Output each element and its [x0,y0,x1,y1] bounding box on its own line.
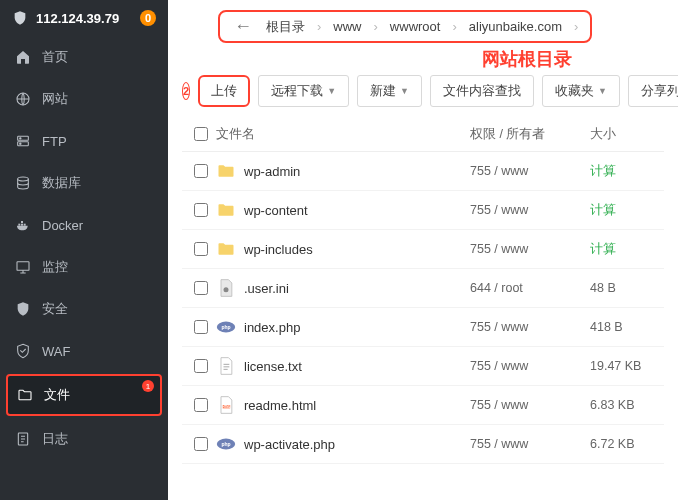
file-name: wp-includes [244,242,313,257]
php-icon: php [216,317,236,337]
shield-icon [12,10,28,26]
row-checkbox[interactable] [194,203,208,217]
sidebar-item-4[interactable]: Docker [0,204,168,246]
svg-point-4 [20,143,21,144]
file-permissions: 755 / www [470,398,590,412]
server-icon [14,132,32,150]
table-row[interactable]: wp-admin755 / www计算 [182,152,664,191]
file-size: 6.72 KB [590,437,660,451]
file-name: .user.ini [244,281,289,296]
file-size: 418 B [590,320,660,334]
favorites-button[interactable]: 收藏夹▼ [542,75,620,107]
main-panel: ← 根目录›www›wwwroot›aliyunbaike.com› 网站根目录… [168,0,678,500]
breadcrumb-back[interactable]: ← [228,16,258,37]
docker-icon [14,216,32,234]
table-row[interactable]: .user.ini644 / root48 B [182,269,664,308]
sidebar-item-6[interactable]: 安全 [0,288,168,330]
table-header: 文件名 权限 / 所有者 大小 [182,117,664,152]
file-name: wp-admin [244,164,300,179]
sidebar-item-5[interactable]: 监控 [0,246,168,288]
row-checkbox[interactable] [194,320,208,334]
chevron-right-icon: › [313,19,325,34]
server-ip-row: 112.124.39.79 0 [0,0,168,36]
sidebar-item-label: 首页 [42,48,68,66]
svg-point-12 [224,287,229,292]
select-all-checkbox[interactable] [194,127,208,141]
chevron-down-icon: ▼ [400,86,409,96]
table-row[interactable]: wp-content755 / www计算 [182,191,664,230]
breadcrumb-item[interactable]: 根目录 [258,15,313,38]
svg-rect-7 [21,224,23,226]
sidebar-item-label: Docker [42,218,83,233]
upload-button[interactable]: 上传 [198,75,250,107]
sidebar-item-label: 监控 [42,258,68,276]
file-size[interactable]: 计算 [590,163,660,180]
table-row[interactable]: license.txt755 / www19.47 KB [182,347,664,386]
globe-icon [14,90,32,108]
sidebar-item-label: WAF [42,344,70,359]
remote-download-button[interactable]: 远程下载▼ [258,75,349,107]
table-row[interactable]: phpindex.php755 / www418 B [182,308,664,347]
row-checkbox[interactable] [194,359,208,373]
svg-text:php: php [221,324,230,330]
file-permissions: 755 / www [470,164,590,178]
sidebar-item-1[interactable]: 网站 [0,78,168,120]
svg-point-3 [20,138,21,139]
file-name: wp-content [244,203,308,218]
file-permissions: 755 / www [470,437,590,451]
table-row[interactable]: HTMLreadme.html755 / www6.83 KB [182,386,664,425]
waf-icon [14,342,32,360]
chevron-right-icon: › [448,19,460,34]
breadcrumb-item[interactable]: aliyunbaike.com [461,15,570,38]
annotation-marker-1: 1 [142,380,154,392]
row-checkbox[interactable] [194,164,208,178]
file-size[interactable]: 计算 [590,241,660,258]
sidebar-item-9[interactable]: 日志 [0,418,168,460]
sidebar-item-8[interactable]: 文件1 [6,374,162,416]
svg-text:HTML: HTML [222,405,230,409]
toolbar: 2 上传 远程下载▼ 新建▼ 文件内容查找 收藏夹▼ 分享列表 [182,75,664,107]
file-size[interactable]: 计算 [590,202,660,219]
chevron-down-icon: ▼ [327,86,336,96]
sidebar-item-label: 日志 [42,430,68,448]
file-size: 6.83 KB [590,398,660,412]
php-icon: php [216,434,236,454]
home-icon [14,48,32,66]
row-checkbox[interactable] [194,281,208,295]
svg-rect-10 [17,262,29,271]
file-permissions: 755 / www [470,203,590,217]
breadcrumb-item[interactable]: www [325,15,369,38]
file-permissions: 644 / root [470,281,590,295]
new-button[interactable]: 新建▼ [357,75,422,107]
column-size: 大小 [590,126,660,143]
table-row[interactable]: phpwp-activate.php755 / www6.72 KB [182,425,664,464]
server-ip: 112.124.39.79 [36,11,119,26]
annotation-label: 网站根目录 [482,47,664,71]
table-row[interactable]: wp-includes755 / www计算 [182,230,664,269]
breadcrumb-item[interactable]: wwwroot [382,15,449,38]
folder-icon [16,386,34,404]
sidebar: 112.124.39.79 0 首页网站FTP数据库Docker监控安全WAF文… [0,0,168,500]
html-icon: HTML [216,395,236,415]
svg-rect-6 [18,224,20,226]
share-list-button[interactable]: 分享列表 [628,75,678,107]
monitor-icon [14,258,32,276]
content-search-button[interactable]: 文件内容查找 [430,75,534,107]
log-icon [14,430,32,448]
folder-icon [216,200,236,220]
column-permissions: 权限 / 所有者 [470,126,590,143]
sidebar-item-7[interactable]: WAF [0,330,168,372]
database-icon [14,174,32,192]
row-checkbox[interactable] [194,437,208,451]
sidebar-item-2[interactable]: FTP [0,120,168,162]
sidebar-item-3[interactable]: 数据库 [0,162,168,204]
row-checkbox[interactable] [194,398,208,412]
ini-icon [216,278,236,298]
notification-badge[interactable]: 0 [140,10,156,26]
sidebar-item-0[interactable]: 首页 [0,36,168,78]
svg-rect-8 [24,224,26,226]
txt-icon [216,356,236,376]
file-name: wp-activate.php [244,437,335,452]
row-checkbox[interactable] [194,242,208,256]
column-name[interactable]: 文件名 [216,125,470,143]
